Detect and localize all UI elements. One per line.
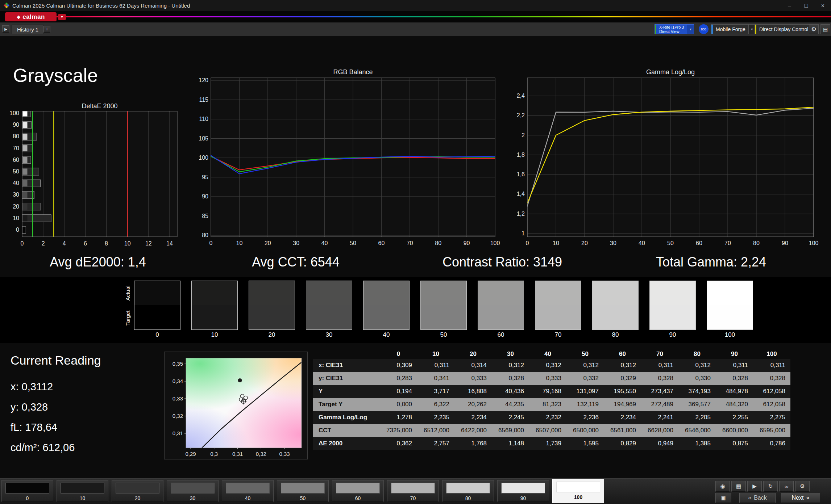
table-cell: 194,969 xyxy=(604,398,641,411)
loop-icon[interactable]: ∞ xyxy=(779,481,794,492)
gear-icon[interactable]: ⚙ xyxy=(809,24,819,34)
table-cell: 0,311 xyxy=(716,359,753,372)
pattern-label: 0 xyxy=(2,495,53,501)
actual-patch xyxy=(306,281,352,305)
target-patch xyxy=(306,305,352,329)
deltae-bar-chart: 024681012141009080706050403020100 xyxy=(9,111,183,248)
pattern-button-30[interactable]: 30 xyxy=(167,480,219,502)
pattern-grid-icon[interactable]: ▦ xyxy=(731,481,746,492)
svg-text:85: 85 xyxy=(202,213,208,219)
pattern-button-90[interactable]: 90 xyxy=(497,480,549,502)
pattern-label: 20 xyxy=(112,495,163,501)
svg-text:2: 2 xyxy=(42,240,45,247)
stop-button[interactable]: ▣ xyxy=(715,493,731,503)
next-icon: » xyxy=(806,495,810,501)
meter-badge[interactable]: 838 xyxy=(699,24,709,34)
svg-text:2: 2 xyxy=(522,132,525,138)
table-cell: 369,577 xyxy=(678,398,716,411)
table-cell: 2,245 xyxy=(492,411,529,424)
pattern-button-80[interactable]: 80 xyxy=(442,480,494,502)
target-patch xyxy=(134,305,180,329)
target-patch xyxy=(192,305,237,329)
pattern-swatch xyxy=(501,483,545,494)
continuous-read-icon[interactable]: ↻ xyxy=(763,481,778,492)
table-cell: 2,275 xyxy=(753,411,790,424)
add-history-button[interactable]: + xyxy=(43,26,50,33)
tab-history-1[interactable]: History 1 xyxy=(12,25,44,34)
target-patch xyxy=(593,305,638,329)
table-cell: 79,168 xyxy=(529,385,566,398)
svg-text:10: 10 xyxy=(124,240,131,247)
target-patch xyxy=(249,305,295,329)
table-cell: 81,323 xyxy=(529,398,566,411)
play-icon[interactable]: ▶ xyxy=(747,481,762,492)
daylight-locus-curve xyxy=(202,362,302,448)
table-cell: 0,283 xyxy=(380,372,417,385)
svg-text:90: 90 xyxy=(13,122,19,128)
main-menu-dropdown[interactable]: ▾ xyxy=(58,14,66,20)
window-title-bar: Calman 2025 Calman Ultimate for Business… xyxy=(0,0,831,12)
table-cell: 2,757 xyxy=(417,437,454,450)
pattern-label: 100 xyxy=(553,494,604,500)
actual-patch xyxy=(363,281,409,305)
swatch-level-label: 50 xyxy=(420,331,467,339)
swatch-level-label: 0 xyxy=(134,331,180,339)
pattern-button-60[interactable]: 60 xyxy=(332,480,384,502)
calman-logo[interactable]: ◆ calman xyxy=(5,12,57,21)
row-label: y: CIE31 xyxy=(313,372,380,385)
table-row: x: CIE310,3090,3110,3140,3120,3120,3120,… xyxy=(313,359,790,372)
pattern-button-0[interactable]: 0 xyxy=(1,480,53,502)
row-label: CCT xyxy=(313,424,380,437)
svg-text:100: 100 xyxy=(9,111,19,116)
pattern-button-100[interactable]: 100 xyxy=(552,479,604,503)
grayscale-swatch-60 xyxy=(478,281,524,330)
close-button[interactable]: × xyxy=(815,0,831,11)
deltae-bar xyxy=(22,121,31,129)
cie-scatter-chart: 0,350,340,330,320,310,290,30,310,320,33 xyxy=(165,352,308,460)
pattern-swatch xyxy=(5,483,49,494)
table-cell: 1,385 xyxy=(678,437,716,450)
svg-text:40: 40 xyxy=(321,240,328,246)
source-selector-dropdown[interactable]: Mobile Forge ▾ xyxy=(711,24,756,34)
table-cell: 131,097 xyxy=(566,385,604,398)
pattern-button-10[interactable]: 10 xyxy=(57,480,108,502)
svg-text:12: 12 xyxy=(145,240,152,247)
svg-text:90: 90 xyxy=(202,193,208,200)
column-header: 50 xyxy=(566,349,604,359)
table-row: Y0,1943,71716,80840,43679,168131,097195,… xyxy=(313,385,790,398)
svg-text:0,34: 0,34 xyxy=(173,378,183,384)
table-cell: 374,193 xyxy=(678,385,716,398)
pattern-button-70[interactable]: 70 xyxy=(387,480,439,502)
table-cell: 0,312 xyxy=(604,359,641,372)
table-cell: 44,235 xyxy=(492,398,529,411)
svg-text:0: 0 xyxy=(526,240,529,246)
target-patch xyxy=(363,305,409,329)
table-cell: 0,333 xyxy=(529,372,566,385)
table-cell: 6512,000 xyxy=(417,424,454,437)
pattern-button-50[interactable]: 50 xyxy=(277,480,329,502)
calman-diamond-icon xyxy=(3,2,10,9)
svg-text:70: 70 xyxy=(724,240,731,246)
table-row: CCT7325,0006512,0006422,0006569,0006507,… xyxy=(313,424,790,437)
panel-icon[interactable]: ▤ xyxy=(820,24,830,34)
svg-text:60: 60 xyxy=(378,240,385,246)
svg-text:60: 60 xyxy=(13,157,19,163)
svg-text:1,4: 1,4 xyxy=(517,191,525,197)
meter-read-icon[interactable]: ◉ xyxy=(715,481,730,492)
expand-history-button[interactable]: ▶ xyxy=(2,25,9,33)
table-cell: 272,489 xyxy=(641,398,678,411)
minimize-button[interactable]: – xyxy=(781,0,798,11)
gear-icon[interactable]: ⚙ xyxy=(795,481,810,492)
table-cell: 2,236 xyxy=(566,411,604,424)
actual-row-label: Actual xyxy=(125,285,131,301)
svg-text:110: 110 xyxy=(199,116,208,122)
pattern-button-20[interactable]: 20 xyxy=(112,480,163,502)
chevron-down-icon: ▾ xyxy=(687,25,694,34)
next-button[interactable]: Next » xyxy=(781,493,820,503)
measurement-point xyxy=(238,378,242,382)
meter-selector-dropdown[interactable]: X-Rite i1Pro 3 Direct View ▾ xyxy=(655,24,694,34)
pattern-button-40[interactable]: 40 xyxy=(222,480,274,502)
maximize-button[interactable]: □ xyxy=(798,0,814,11)
table-cell: 0,333 xyxy=(454,372,492,385)
back-button[interactable]: « Back xyxy=(739,493,776,503)
